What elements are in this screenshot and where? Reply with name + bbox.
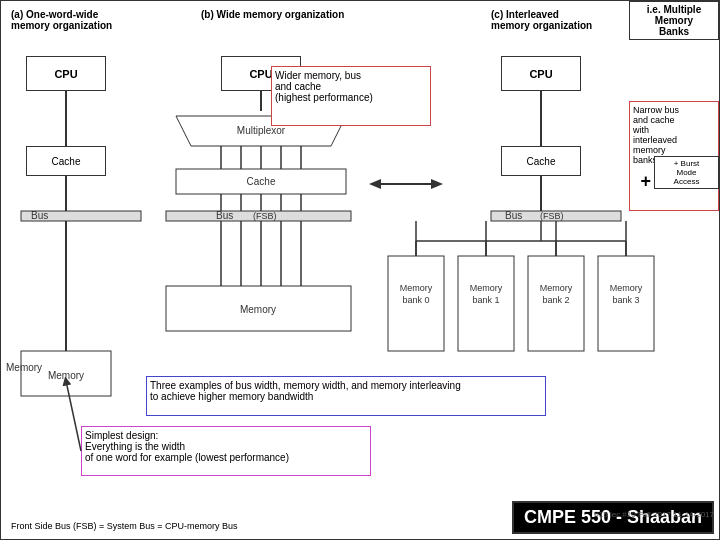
svg-text:Memory: Memory: [6, 362, 42, 373]
svg-rect-35: [491, 211, 621, 221]
svg-text:Bus: Bus: [216, 210, 233, 221]
svg-text:Multiplexor: Multiplexor: [237, 125, 286, 136]
svg-text:bank 1: bank 1: [472, 295, 499, 305]
svg-text:Memory: Memory: [400, 283, 433, 293]
svg-rect-15: [176, 169, 346, 194]
section-c-title: (c) Interleaved memory organization: [491, 9, 592, 31]
plus-sign: +: [640, 171, 651, 192]
svg-text:Memory: Memory: [240, 304, 276, 315]
cache-c: Cache: [501, 146, 581, 176]
svg-rect-4: [21, 351, 111, 396]
section-a-title: (a) One-word-wide memory organization: [11, 9, 112, 31]
svg-text:(FSB): (FSB): [253, 211, 277, 221]
svg-line-63: [66, 381, 81, 451]
annotation-simplest: Simplest design: Everything is the width…: [81, 426, 371, 476]
svg-text:(FSB): (FSB): [540, 211, 564, 221]
svg-marker-32: [431, 179, 443, 189]
svg-rect-28: [166, 286, 351, 331]
svg-text:Memory: Memory: [470, 283, 503, 293]
svg-text:Memory: Memory: [610, 283, 643, 293]
svg-rect-49: [458, 256, 514, 351]
svg-rect-2: [21, 211, 141, 221]
svg-text:bank 2: bank 2: [542, 295, 569, 305]
annotation-wider: Wider memory, bus and cache (highest per…: [271, 66, 431, 126]
burst-mode-box: + Burst Mode Access: [654, 156, 719, 189]
svg-text:Memory: Memory: [48, 370, 84, 381]
svg-text:Bus: Bus: [505, 210, 522, 221]
svg-text:bank 3: bank 3: [612, 295, 639, 305]
cpu-c: CPU: [501, 56, 581, 91]
svg-rect-55: [598, 256, 654, 351]
slide-info: #15 lec #10 Fall 2017 11-14-2017: [594, 510, 714, 519]
svg-rect-46: [388, 256, 444, 351]
annotation-three-examples: Three examples of bus width, memory widt…: [146, 376, 546, 416]
bottom-text: Front Side Bus (FSB) = System Bus = CPU-…: [11, 521, 238, 531]
svg-text:Memory: Memory: [540, 283, 573, 293]
svg-text:bank 0: bank 0: [402, 295, 429, 305]
svg-text:Bus: Bus: [31, 210, 48, 221]
ie-multiple-memory-label: i.e. Multiple Memory Banks: [629, 1, 719, 40]
main-container: i.e. Multiple Memory Banks (a) One-word-…: [0, 0, 720, 540]
svg-rect-52: [528, 256, 584, 351]
cpu-a: CPU: [26, 56, 106, 91]
svg-text:Cache: Cache: [247, 176, 276, 187]
cache-a: Cache: [26, 146, 106, 176]
section-b-title: (b) Wide memory organization: [201, 9, 344, 20]
svg-rect-22: [166, 211, 351, 221]
svg-marker-31: [369, 179, 381, 189]
